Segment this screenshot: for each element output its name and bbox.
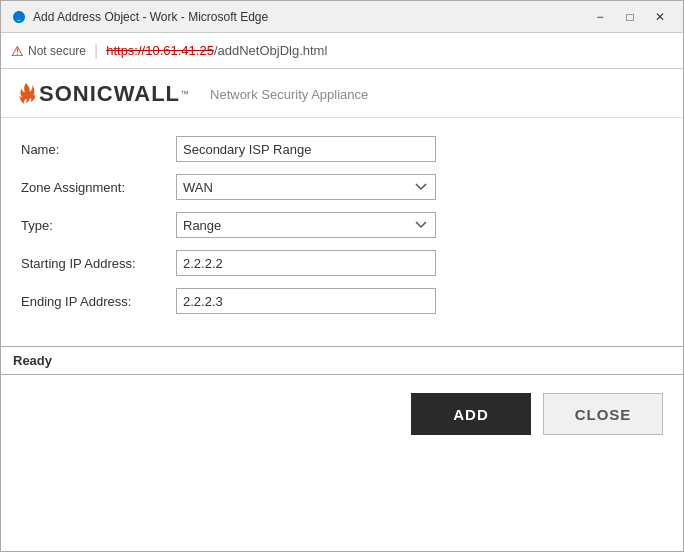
button-area: ADD CLOSE — [1, 375, 683, 453]
zone-select[interactable]: WAN LAN DMZ VPN MULTICAST SSLVPN — [176, 174, 436, 200]
url-path: /addNetObjDlg.html — [214, 43, 327, 58]
name-row: Name: — [21, 136, 663, 162]
ending-ip-input[interactable] — [176, 288, 436, 314]
starting-ip-input[interactable] — [176, 250, 436, 276]
not-secure-label: Not secure — [28, 44, 86, 58]
window-title: Add Address Object - Work - Microsoft Ed… — [33, 10, 587, 24]
status-bar: Ready — [1, 346, 683, 375]
main-content: SONICWALL™ Network Security Appliance Na… — [1, 69, 683, 453]
type-label: Type: — [21, 218, 176, 233]
starting-ip-label: Starting IP Address: — [21, 256, 176, 271]
ending-ip-row: Ending IP Address: — [21, 288, 663, 314]
zone-label: Zone Assignment: — [21, 180, 176, 195]
address-bar: ⚠ Not secure | https://10.61.41.25/addNe… — [1, 33, 683, 69]
brand-name-wall: WALL — [114, 81, 180, 107]
address-bar-divider: | — [94, 42, 98, 60]
brand-trademark: ™ — [180, 89, 190, 99]
url-protocol: https://10.61.41.25 — [106, 43, 214, 58]
form-area: Name: Zone Assignment: WAN LAN DMZ VPN M… — [1, 118, 683, 336]
type-select[interactable]: Range Host Network MAC Range FQDN — [176, 212, 436, 238]
warning-icon: ⚠ — [11, 43, 24, 59]
minimize-button[interactable]: − — [587, 6, 613, 28]
zone-row: Zone Assignment: WAN LAN DMZ VPN MULTICA… — [21, 174, 663, 200]
appliance-subtitle: Network Security Appliance — [210, 87, 368, 102]
url-display: https://10.61.41.25/addNetObjDlg.html — [106, 43, 327, 58]
browser-icon — [11, 9, 27, 25]
starting-ip-row: Starting IP Address: — [21, 250, 663, 276]
sonicwall-flame-icon — [17, 83, 35, 105]
security-indicator: ⚠ Not secure — [11, 43, 86, 59]
name-input[interactable] — [176, 136, 436, 162]
close-button[interactable]: CLOSE — [543, 393, 663, 435]
status-text: Ready — [13, 353, 52, 368]
maximize-button[interactable]: □ — [617, 6, 643, 28]
window-close-button[interactable]: ✕ — [647, 6, 673, 28]
brand-name-sonic: SONIC — [39, 81, 114, 107]
sonicwall-header: SONICWALL™ Network Security Appliance — [1, 69, 683, 118]
type-row: Type: Range Host Network MAC Range FQDN — [21, 212, 663, 238]
sonicwall-logo: SONICWALL™ — [17, 81, 190, 107]
window-controls: − □ ✕ — [587, 6, 673, 28]
name-label: Name: — [21, 142, 176, 157]
ending-ip-label: Ending IP Address: — [21, 294, 176, 309]
add-button[interactable]: ADD — [411, 393, 531, 435]
title-bar: Add Address Object - Work - Microsoft Ed… — [1, 1, 683, 33]
